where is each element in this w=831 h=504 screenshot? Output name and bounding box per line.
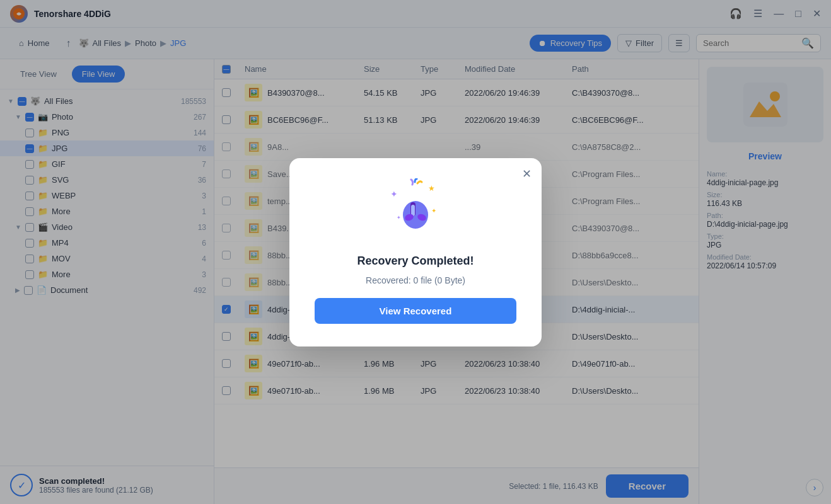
modal-close-button[interactable]: ✕: [522, 167, 532, 181]
svg-text:✦: ✦: [390, 189, 398, 199]
view-recovered-button[interactable]: View Recovered: [315, 298, 516, 324]
modal-subtitle: Recovered: 0 file (0 Byte): [366, 275, 465, 285]
modal-title: Recovery Completed!: [357, 255, 474, 268]
svg-text:✦: ✦: [431, 207, 436, 214]
modal-emoji: ✦ ★ ✦ ✦: [387, 178, 444, 244]
recovery-completed-modal: ✕ ✦ ★ ✦ ✦ Recovery Comple: [289, 158, 542, 346]
svg-text:✦: ✦: [397, 215, 401, 220]
svg-text:★: ★: [428, 184, 435, 193]
modal-overlay[interactable]: ✕ ✦ ★ ✦ ✦ Recovery Comple: [0, 0, 831, 504]
